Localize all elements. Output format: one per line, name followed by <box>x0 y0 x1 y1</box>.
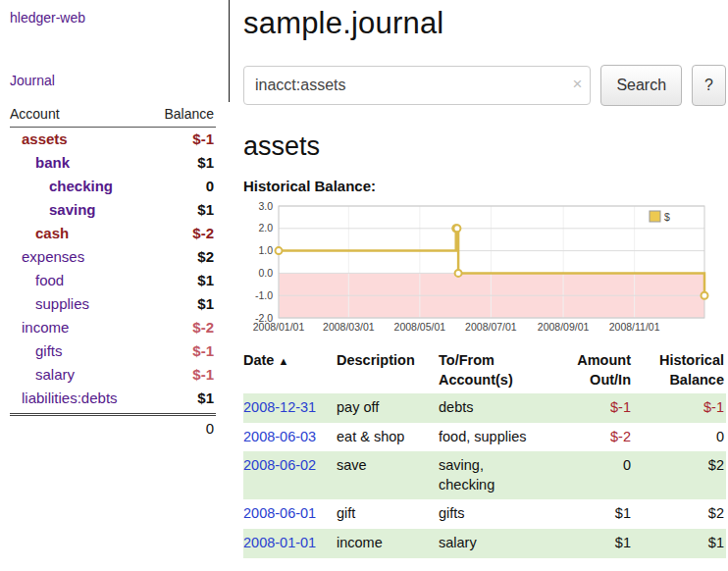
account-balance: 0 <box>206 178 214 195</box>
transaction-amount: $-1 <box>548 393 633 423</box>
account-link-supplies[interactable]: supplies <box>10 295 89 313</box>
transaction-accounts: salary <box>439 529 548 558</box>
svg-text:-1.0: -1.0 <box>255 289 273 301</box>
search-bar: × Search ? <box>243 65 726 106</box>
main-content: sample.journal × Search ? assets Histori… <box>243 0 726 558</box>
app-title-link[interactable]: hledger-web <box>10 10 216 26</box>
transaction-date-link[interactable]: 2008-12-31 <box>243 399 316 415</box>
register-row: 2008-01-01 income salary $1 $1 <box>243 529 726 558</box>
account-row: expenses $2 <box>10 245 216 269</box>
sidebar: hledger-web Journal Account Balance asse… <box>0 0 228 437</box>
transaction-amount: $1 <box>548 499 633 529</box>
account-balance: $1 <box>197 201 214 219</box>
account-row: supplies $1 <box>10 292 216 316</box>
transaction-amount: $1 <box>548 529 633 558</box>
col-header-date[interactable]: Date ▲ <box>243 349 337 393</box>
svg-text:2008/09/01: 2008/09/01 <box>538 321 590 333</box>
transaction-date-link[interactable]: 2008-01-01 <box>243 535 316 550</box>
transaction-balance: $-1 <box>633 393 726 423</box>
transaction-accounts: food, supplies <box>439 423 548 452</box>
balance-column-label: Balance <box>164 106 214 122</box>
total-row: 0 <box>10 416 216 437</box>
transaction-amount: 0 <box>548 451 633 499</box>
col-header-description: Description <box>337 349 439 393</box>
account-link-bank[interactable]: bank <box>10 154 70 172</box>
account-row: salary $-1 <box>10 363 216 387</box>
account-balance: $2 <box>197 248 214 266</box>
svg-text:$: $ <box>664 211 670 223</box>
search-input[interactable] <box>243 66 591 105</box>
search-box: × <box>243 66 591 105</box>
transaction-description: gift <box>337 499 439 529</box>
account-link-liabilities-debts[interactable]: liabilities:debts <box>10 389 118 407</box>
sidebar-divider <box>229 0 230 102</box>
register-row: 2008-06-02 save saving, checking 0 $2 <box>243 451 726 499</box>
col-header-amount: Amount Out/In <box>548 349 633 393</box>
account-balance: $1 <box>197 154 214 172</box>
svg-text:3.0: 3.0 <box>258 200 273 212</box>
transaction-description: save <box>337 451 439 499</box>
account-link-gifts[interactable]: gifts <box>10 342 63 360</box>
col-header-balance: Historical Balance <box>633 349 726 393</box>
account-row: saving $1 <box>10 198 216 222</box>
svg-text:2008/07/01: 2008/07/01 <box>465 321 517 333</box>
transaction-amount: $-2 <box>548 423 633 452</box>
transaction-balance: $1 <box>633 529 726 558</box>
account-balance: $-2 <box>192 319 214 337</box>
transaction-accounts: gifts <box>439 499 548 529</box>
transaction-accounts: saving, checking <box>439 451 548 499</box>
help-button[interactable]: ? <box>692 65 726 106</box>
account-link-saving[interactable]: saving <box>10 201 96 219</box>
account-link-food[interactable]: food <box>10 272 64 289</box>
transaction-balance: $2 <box>633 499 726 529</box>
transaction-description: income <box>337 529 439 558</box>
transaction-date-link[interactable]: 2008-06-01 <box>243 505 316 521</box>
svg-text:2008/01/01: 2008/01/01 <box>253 321 305 333</box>
transaction-date-link[interactable]: 2008-06-03 <box>243 429 316 444</box>
register-header-row: Date ▲ Description To/From Account(s) Am… <box>243 349 726 393</box>
account-tree-header: Account Balance <box>10 106 216 128</box>
account-balance: $1 <box>197 295 214 313</box>
account-link-income[interactable]: income <box>10 319 69 337</box>
total-balance: 0 <box>206 420 214 437</box>
account-balance: $-2 <box>192 225 214 242</box>
transaction-balance: $2 <box>633 451 726 499</box>
page-title: sample.journal <box>243 6 726 41</box>
account-link-assets[interactable]: assets <box>10 130 68 148</box>
clear-search-icon[interactable]: × <box>572 75 582 94</box>
register-row: 2008-06-01 gift gifts $1 $2 <box>243 499 726 529</box>
account-row: checking 0 <box>10 175 216 198</box>
account-link-checking[interactable]: checking <box>10 178 113 195</box>
account-row: income $-2 <box>10 316 216 339</box>
transaction-description: eat & shop <box>337 423 439 452</box>
account-balance: $-1 <box>192 130 214 148</box>
account-link-expenses[interactable]: expenses <box>10 248 84 266</box>
register-table: Date ▲ Description To/From Account(s) Am… <box>243 349 726 558</box>
sort-ascending-icon: ▲ <box>278 355 288 367</box>
account-balance: $-1 <box>192 342 214 360</box>
account-row: liabilities:debts $1 <box>10 387 216 410</box>
sidebar-item-journal[interactable]: Journal <box>10 73 216 88</box>
svg-text:2008/05/01: 2008/05/01 <box>394 321 446 333</box>
account-link-cash[interactable]: cash <box>10 225 69 242</box>
svg-text:1.0: 1.0 <box>258 244 273 256</box>
date-header-label: Date <box>243 352 274 368</box>
account-heading: assets <box>243 131 726 162</box>
svg-text:2008/03/01: 2008/03/01 <box>323 321 375 333</box>
transaction-balance: 0 <box>633 423 726 452</box>
account-row: gifts $-1 <box>10 339 216 363</box>
transaction-accounts: debts <box>439 393 548 423</box>
transaction-date-link[interactable]: 2008-06-02 <box>243 457 316 473</box>
account-row: food $1 <box>10 269 216 292</box>
register-row: 2008-06-03 eat & shop food, supplies $-2… <box>243 423 726 452</box>
account-row: cash $-2 <box>10 222 216 245</box>
account-link-salary[interactable]: salary <box>10 366 75 384</box>
account-tree: Account Balance assets $-1 bank $1 check… <box>10 106 216 437</box>
account-balance: $-1 <box>192 366 214 384</box>
chart-title: Historical Balance: <box>243 178 726 194</box>
search-button[interactable]: Search <box>600 65 682 106</box>
svg-text:2.0: 2.0 <box>258 222 273 234</box>
account-column-label: Account <box>10 106 60 122</box>
col-header-accounts: To/From Account(s) <box>439 349 548 393</box>
account-row: assets $-1 <box>10 128 216 151</box>
